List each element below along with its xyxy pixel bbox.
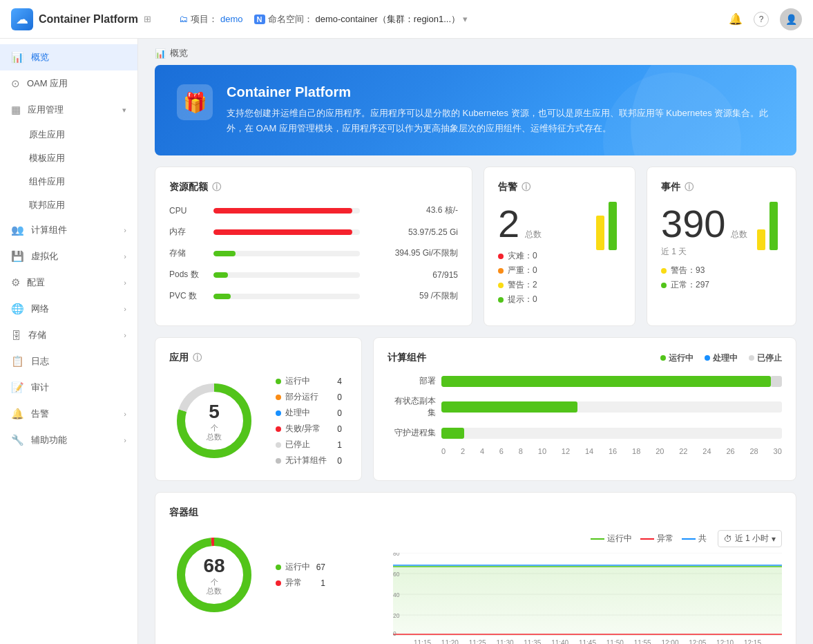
hero-desc: 支持您创建并运维自己的应用程序。应用程序可以是分散的 Kubernetes 资源…	[227, 106, 774, 136]
resource-bar-wrap	[213, 208, 360, 214]
sidebar-item-alert[interactable]: 🔔 告警 ›	[0, 401, 137, 427]
sidebar-label-native: 原生应用	[29, 129, 65, 140]
sidebar-label-virtualize: 虚拟化	[31, 250, 58, 263]
legend-value: 1	[331, 440, 342, 450]
alert-icon: 🔔	[11, 408, 24, 420]
ns-name[interactable]: demo-container（集群：region1...）	[316, 13, 461, 26]
stats-row: 资源配额 ⓘ CPU 43.6 核/- 内存 53.97/5.25 Gi 存储 …	[155, 167, 796, 326]
event-dot	[661, 283, 667, 288]
project-nav: 🗂 项目： demo	[179, 13, 243, 26]
container-title: 容器组	[169, 506, 782, 519]
event-row: 警告：93	[661, 265, 782, 276]
legend-dot	[276, 395, 281, 400]
resource-bar	[213, 229, 352, 235]
app-help-icon[interactable]: ⓘ	[193, 352, 202, 364]
svg-text:60: 60	[393, 571, 400, 578]
audit-icon: 📝	[11, 381, 24, 394]
sidebar-label-compute: 计算组件	[31, 224, 67, 236]
resource-value: 67/915	[368, 270, 458, 280]
compute-legend-label: 运行中	[669, 352, 694, 364]
breadcrumb-icon: 📊	[155, 48, 166, 59]
compute-legend-item: 处理中	[705, 352, 738, 364]
hero-icon: 🎁	[177, 84, 213, 120]
resource-bar	[213, 272, 228, 278]
sidebar-item-network[interactable]: 🌐 网络 ›	[0, 296, 137, 322]
help-icon[interactable]: ?	[754, 12, 769, 27]
sidebar-item-storage[interactable]: 🗄 存储 ›	[0, 322, 137, 348]
sidebar-item-native[interactable]: 原生应用	[0, 123, 137, 146]
oam-icon: ⊙	[11, 77, 20, 90]
resource-row: Pods 数 67/915	[169, 269, 458, 281]
chevron-down-icon: ▾	[772, 534, 776, 544]
alert-item-label: 严重：0	[508, 265, 537, 276]
resource-rows: CPU 43.6 核/- 内存 53.97/5.25 Gi 存储 394.95 …	[169, 205, 458, 302]
sidebar-item-assist[interactable]: 🔧 辅助功能 ›	[0, 427, 137, 453]
resource-help-icon[interactable]: ⓘ	[212, 181, 221, 193]
event-help-icon[interactable]: ⓘ	[685, 181, 694, 193]
compute-bar-fill	[441, 428, 464, 439]
sidebar-label-audit: 审计	[31, 381, 49, 394]
svg-rect-2	[757, 229, 765, 250]
svg-text:80: 80	[393, 553, 400, 557]
container-chart-header: 运行中 异常 共 ⏱	[393, 530, 782, 547]
project-label: 项目：	[191, 13, 218, 26]
sidebar-label-assist: 辅助功能	[31, 434, 67, 446]
project-name[interactable]: demo	[220, 14, 243, 24]
grid-icon[interactable]: ⊞	[144, 14, 151, 24]
resource-bar-wrap	[213, 229, 360, 235]
resource-row: PVC 数 59 /不限制	[169, 290, 458, 302]
x-label: 20	[656, 447, 664, 455]
chevron-down-icon[interactable]: ▾	[463, 14, 468, 24]
sidebar-item-virtualize[interactable]: 💾 虚拟化 ›	[0, 243, 137, 269]
chart-legend: 运行中 异常 共	[591, 533, 707, 544]
sidebar-item-audit[interactable]: 📝 审计	[0, 375, 137, 401]
legend-total-line	[682, 538, 696, 540]
x-label: 24	[702, 447, 711, 455]
sidebar-item-component[interactable]: 组件应用	[0, 170, 137, 193]
storage-icon: 🗄	[11, 330, 21, 341]
legend-total: 共	[682, 533, 707, 544]
resource-card: 资源配额 ⓘ CPU 43.6 核/- 内存 53.97/5.25 Gi 存储 …	[155, 167, 472, 326]
container-total-sub: 个总数	[203, 578, 224, 596]
virtualize-icon: 💾	[11, 250, 24, 263]
layout: 📊 概览 ⊙ OAM 应用 ▦ 应用管理 ▾ 原生应用 模板应用 组件应用 联邦…	[0, 39, 813, 644]
event-total-label: 总数	[731, 229, 747, 240]
legend-value: 0	[331, 424, 342, 434]
clock-icon: ⏱	[724, 534, 732, 544]
container-top: 68 个总数 运行中 67 异常	[169, 530, 782, 644]
legend-label: 处理中	[285, 407, 310, 419]
app-title: 应用 ⓘ	[169, 352, 347, 364]
legend-value: 0	[331, 456, 342, 466]
compute-bar-label: 守护进程集	[388, 427, 436, 439]
logo-area: ☁ Container Platform ⊞	[11, 8, 162, 30]
alert-help-icon[interactable]: ⓘ	[522, 181, 530, 193]
network-arrow-icon: ›	[124, 305, 126, 313]
event-item-label: 正常：297	[671, 279, 709, 291]
ns-badge: N	[254, 15, 265, 24]
compute-bars: 部署 有状态副本集 守护进程集	[388, 375, 782, 439]
project-icon: 🗂	[179, 14, 188, 24]
sidebar-item-federated[interactable]: 联邦应用	[0, 193, 137, 217]
sidebar-item-log[interactable]: 📋 日志	[0, 348, 137, 375]
sidebar-item-oam[interactable]: ⊙ OAM 应用	[0, 70, 137, 97]
container-donut-legend: 运行中 67 异常 1	[276, 561, 325, 589]
alert-count: 2	[498, 205, 519, 243]
sidebar-item-overview[interactable]: 📊 概览	[0, 44, 137, 70]
sidebar-item-config[interactable]: ⚙ 配置 ›	[0, 269, 137, 296]
compute-bar-track	[441, 428, 782, 439]
bell-icon[interactable]: 🔔	[729, 12, 743, 26]
hero-banner: 🎁 Container Platform 支持您创建并运维自己的应用程序。应用程…	[155, 65, 796, 155]
storage-arrow-icon: ›	[124, 331, 126, 339]
alert-dot	[498, 268, 504, 274]
sidebar-item-template[interactable]: 模板应用	[0, 146, 137, 170]
time-selector[interactable]: ⏱ 近 1 小时 ▾	[718, 530, 782, 547]
x-label: 14	[585, 447, 593, 455]
network-icon: 🌐	[11, 303, 24, 315]
sidebar-label-alert: 告警	[31, 408, 49, 420]
avatar[interactable]: 👤	[780, 8, 802, 30]
sidebar-item-app-mgmt[interactable]: ▦ 应用管理 ▾	[0, 97, 137, 123]
sidebar-label-config: 配置	[27, 276, 45, 289]
resource-value: 59 /不限制	[368, 290, 458, 302]
sidebar-item-compute[interactable]: 👥 计算组件 ›	[0, 217, 137, 243]
compute-legend-item: 已停止	[749, 352, 782, 364]
